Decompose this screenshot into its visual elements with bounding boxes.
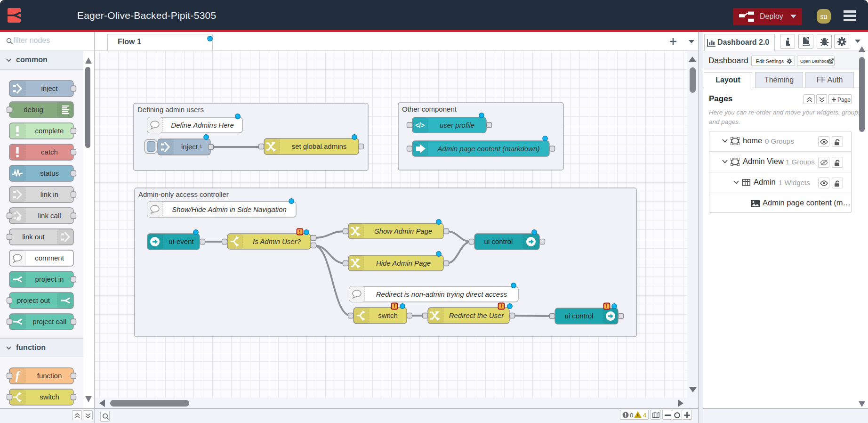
svg-text:project out: project out <box>17 296 50 304</box>
svg-text:status: status <box>40 169 59 177</box>
svg-text:project call: project call <box>32 317 66 325</box>
svg-text:Redirect is non-admin trying d: Redirect is non-admin trying direct acce… <box>376 290 507 298</box>
svg-text:user profile: user profile <box>440 121 474 129</box>
svg-text:ui control: ui control <box>484 237 513 245</box>
svg-text:link out: link out <box>22 233 45 241</box>
svg-text:Defining admin users: Defining admin users <box>137 106 204 114</box>
svg-text:Admin page content (markdown): Admin page content (markdown) <box>437 145 540 153</box>
svg-text:Show/Hide Admin in Side Naviga: Show/Hide Admin in Side Navigation <box>172 205 287 213</box>
svg-text:complete: complete <box>35 127 64 135</box>
svg-text:ui control: ui control <box>565 312 594 320</box>
svg-text:inject: inject <box>41 84 58 92</box>
svg-text:Define Admins Here: Define Admins Here <box>171 121 234 129</box>
svg-text:inject ¹: inject ¹ <box>181 143 202 151</box>
svg-text:Admin-only access controller: Admin-only access controller <box>138 190 229 198</box>
svg-text:comment: comment <box>35 254 64 262</box>
svg-text:Show Admin Page: Show Admin Page <box>375 227 433 235</box>
svg-text:project in: project in <box>35 275 64 283</box>
svg-text:debug: debug <box>24 106 43 114</box>
svg-text:switch: switch <box>378 311 398 319</box>
svg-text:function: function <box>37 372 62 380</box>
svg-text:switch: switch <box>40 393 59 401</box>
svg-text:</>: </> <box>415 122 425 129</box>
svg-text:Redirect the User: Redirect the User <box>449 311 505 319</box>
svg-text:link in: link in <box>40 190 58 198</box>
svg-text:set global.admins: set global.admins <box>292 142 347 150</box>
svg-text:ui-event: ui-event <box>169 237 194 245</box>
svg-text:Is Admin User?: Is Admin User? <box>253 237 301 245</box>
svg-text:catch: catch <box>41 148 58 156</box>
svg-text:Other component: Other component <box>402 105 457 113</box>
svg-text:Hide Admin Page: Hide Admin Page <box>376 259 431 267</box>
svg-text:link call: link call <box>38 212 61 220</box>
